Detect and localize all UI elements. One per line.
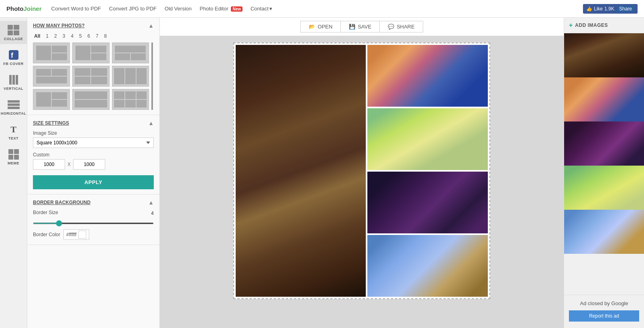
border-size-row: Border Size 4: [33, 210, 154, 217]
sidebar-horizontal-label: HORIZONTAL: [1, 111, 26, 115]
panel-how-many-section: HOW MANY PHOTOS? ▲ All 1 2 3 4 5 6 7 8: [27, 18, 159, 115]
sidebar-item-horizontal[interactable]: HORIZONTAL: [0, 95, 27, 119]
layout-thumb-3[interactable]: [112, 43, 149, 63]
color-picker-box[interactable]: #ffffff: [63, 229, 89, 240]
layout-grid: [33, 43, 149, 110]
sidebar-item-collage[interactable]: COLLAGE: [0, 21, 27, 44]
svg-rect-1: [14, 25, 19, 30]
open-button[interactable]: 📂 OPEN: [300, 21, 340, 32]
thumbnail-5[interactable]: [564, 210, 644, 254]
custom-size-row: Custom X: [33, 152, 154, 170]
custom-height-input[interactable]: [73, 159, 105, 170]
add-images-label: ADD IMAGES: [575, 22, 608, 28]
canvas-toolbar: 📂 OPEN 💾 SAVE 💬 SHARE: [160, 18, 564, 36]
thumbnail-1[interactable]: [564, 33, 644, 77]
border-color-label: Border Color: [33, 232, 60, 237]
ad-closed-text: Ad closed by Google: [569, 300, 639, 307]
sidebar-item-fb-cover[interactable]: f FB COVER: [0, 46, 27, 69]
color-hex-value: #ffffff: [66, 232, 77, 237]
canvas-right-col: [367, 45, 488, 297]
color-swatch[interactable]: [78, 231, 86, 239]
layout-thumb-2[interactable]: [72, 43, 109, 63]
layout-thumb-7[interactable]: [33, 89, 70, 110]
photo-cell-mid-right-2[interactable]: [367, 172, 488, 233]
vertical-icon: [7, 74, 20, 86]
nav-convert-jpg[interactable]: Convert JPG to PDF: [109, 6, 157, 12]
border-size-label: Border Size: [33, 210, 58, 215]
border-size-slider[interactable]: [33, 223, 154, 224]
layout-thumb-5[interactable]: [72, 66, 109, 87]
save-icon: 💾: [349, 24, 355, 30]
layout-thumb-6[interactable]: [112, 66, 149, 87]
count-4[interactable]: 4: [69, 33, 75, 39]
photo-count-row: All 1 2 3 4 5 6 7 8: [33, 33, 154, 39]
size-collapse-arrow[interactable]: ▲: [148, 120, 154, 126]
photo-cell-bottom-right[interactable]: [367, 235, 488, 297]
apply-button[interactable]: APPLY: [33, 175, 154, 189]
main-layout: COLLAGE f FB COVER VERTICAL: [0, 18, 644, 328]
layout-thumb-4[interactable]: [33, 66, 70, 87]
save-button[interactable]: 💾 SAVE: [340, 21, 380, 32]
save-label: SAVE: [358, 24, 371, 30]
thumbnail-4[interactable]: [564, 166, 644, 210]
count-2[interactable]: 2: [53, 33, 58, 39]
count-5[interactable]: 5: [78, 33, 83, 39]
svg-rect-3: [14, 30, 19, 35]
sidebar-fb-cover-label: FB COVER: [3, 62, 24, 66]
border-slider-wrap: [33, 219, 154, 225]
count-3[interactable]: 3: [61, 33, 67, 39]
new-badge: New: [231, 6, 243, 12]
sidebar-vertical-label: VERTICAL: [4, 87, 23, 91]
custom-x-separator: X: [67, 162, 71, 167]
nav-links: Convert Word to PDF Convert JPG to PDF O…: [51, 6, 583, 12]
how-many-collapse-arrow[interactable]: ▲: [148, 22, 154, 29]
count-6[interactable]: 6: [86, 33, 92, 39]
fb-like-button[interactable]: 👍 Like 1.9K Share: [583, 4, 638, 14]
thumbnail-2[interactable]: [564, 77, 644, 121]
image-size-select[interactable]: Square 1000x1000 Portrait 1000x1500 Land…: [33, 138, 154, 148]
report-ad-button[interactable]: Report this ad: [569, 310, 639, 322]
sidebar-item-meme[interactable]: MEME: [0, 145, 27, 168]
image-size-row: Image Size Square 1000x1000 Portrait 100…: [33, 130, 154, 148]
fb-share[interactable]: Share: [617, 5, 634, 12]
layout-thumb-8[interactable]: [72, 89, 109, 110]
share-button[interactable]: 💬 SHARE: [380, 21, 423, 32]
layout-thumb-9[interactable]: [112, 89, 149, 110]
collage-icon: [7, 24, 20, 36]
size-settings-title: SIZE SETTINGS: [33, 120, 69, 126]
svg-rect-4: [9, 50, 18, 60]
border-size-value: 4: [151, 211, 154, 216]
photo-cell-top-right[interactable]: [367, 45, 488, 107]
border-bg-title: BORDER BACKGROUND: [33, 200, 90, 205]
svg-rect-2: [8, 30, 13, 35]
nav-contact[interactable]: Contact ▾: [251, 6, 272, 12]
panel-section-header-border: BORDER BACKGROUND ▲: [33, 199, 154, 206]
add-images-header[interactable]: + ADD IMAGES: [564, 18, 644, 33]
sidebar-item-text[interactable]: T TEXT: [0, 120, 27, 144]
image-size-label: Image Size: [33, 130, 154, 136]
nav-old-version[interactable]: Old Version: [165, 6, 192, 12]
nav-photo-editor[interactable]: Photo Editor New: [200, 6, 243, 12]
custom-width-input[interactable]: [33, 159, 65, 170]
collage-canvas: [233, 43, 490, 299]
custom-dimensions-row: X: [33, 159, 154, 170]
svg-text:f: f: [11, 51, 14, 59]
ad-section: Ad closed by Google Report this ad: [564, 295, 644, 328]
layout-divider: [151, 43, 153, 110]
meme-icon: [7, 148, 20, 160]
count-8[interactable]: 8: [103, 33, 108, 39]
photo-cell-main[interactable]: [236, 45, 366, 297]
sidebar-item-vertical[interactable]: VERTICAL: [0, 71, 27, 94]
svg-rect-0: [8, 25, 13, 30]
open-label: OPEN: [318, 24, 332, 30]
border-collapse-arrow[interactable]: ▲: [148, 199, 154, 206]
layout-thumb-1[interactable]: [33, 43, 70, 63]
thumbnail-3[interactable]: [564, 121, 644, 166]
brand-logo[interactable]: Photo Joiner: [6, 5, 42, 12]
count-1[interactable]: 1: [45, 33, 50, 39]
count-7[interactable]: 7: [94, 33, 100, 39]
count-all[interactable]: All: [33, 33, 41, 39]
photo-cell-mid-right-1[interactable]: [367, 108, 488, 170]
sidebar-meme-label: MEME: [8, 161, 19, 165]
nav-convert-word[interactable]: Convert Word to PDF: [51, 6, 101, 12]
